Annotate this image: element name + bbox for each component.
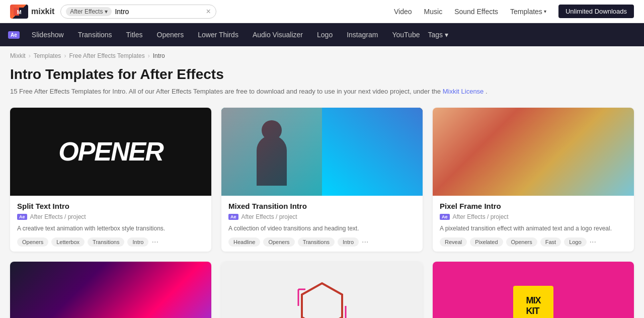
top-nav-left: M mixkit After Effects ▾ × [10,5,216,19]
card-3-body: Pixel Frame Intro Ae After Effects / pro… [433,196,634,252]
breadcrumb-sep-2: › [64,52,66,59]
more-tags-3[interactable]: ··· [590,237,596,247]
nav-lower-thirds[interactable]: Lower Thirds [192,28,245,42]
card-3-meta-text: After Effects / project [453,213,509,220]
card-3-meta: Ae After Effects / project [440,213,627,220]
card-1-desc: A creative text animation with letterbox… [17,224,204,233]
card-2-ae-badge: Ae [228,214,238,220]
card-2-tags: Headline Openers Transitions Intro ··· [228,237,416,247]
card-3-desc: A pixelated transition effect with anima… [440,224,627,233]
card-2-thumb-right [322,108,423,196]
card-pixel-frame-intro[interactable]: Pixel Frame Intro Ae After Effects / pro… [433,108,634,252]
card-1-title: Split Text Intro [17,202,204,210]
logo[interactable]: M mixkit [10,5,54,19]
tag-intro-2[interactable]: Intro [338,237,359,247]
card-shape-motion-intro[interactable]: Shape Motion Intro Ae After Effects / pr… [221,262,423,318]
page-header: Intro Templates for After Effects 15 Fre… [0,62,644,103]
silhouette-figure [221,108,322,196]
card-2-thumb-left [221,108,322,196]
nav-instagram[interactable]: Instagram [341,28,384,42]
search-input[interactable] [115,8,203,16]
card-3-thumbnail [433,108,634,196]
page-description: 15 Free After Effects Templates for Intr… [10,87,634,97]
search-category[interactable]: After Effects ▾ [66,7,112,16]
card-3-ae-badge: Ae [440,214,450,220]
more-tags-2[interactable]: ··· [362,237,368,247]
hexagon-svg [294,278,350,318]
nav-audio-visualizer[interactable]: Audio Visualizer [247,28,309,42]
nav-titles[interactable]: Titles [120,28,149,42]
card-5-thumbnail [221,262,423,318]
card-2-meta: Ae After Effects / project [228,213,416,220]
nav-openers[interactable]: Openers [151,28,190,42]
category-chevron-icon: ▾ [105,8,108,15]
nav-templates-link[interactable]: Templates ▾ [510,8,546,16]
breadcrumb-templates[interactable]: Templates [34,52,61,59]
card-1-meta: Ae After Effects / project [17,213,204,220]
tag-intro[interactable]: Intro [127,237,148,247]
search-bar[interactable]: After Effects ▾ × [60,5,216,19]
tag-logo[interactable]: Logo [564,237,586,247]
tag-pixelated[interactable]: Pixelated [470,237,503,247]
breadcrumb-free-ae-templates[interactable]: Free After Effects Templates [69,52,144,59]
tag-transitions[interactable]: Transitions [88,237,124,247]
nav-transitions[interactable]: Transitions [72,28,118,42]
tag-reveal[interactable]: Reveal [440,237,467,247]
breadcrumb-sep-1: › [29,52,31,59]
nav-logo[interactable]: Logo [311,28,339,42]
card-1-body: Split Text Intro Ae After Effects / proj… [10,196,211,252]
nav-tags[interactable]: Tags ▾ [428,31,448,39]
card-2-meta-text: After Effects / project [242,213,297,220]
card-1-ae-badge: Ae [17,214,27,220]
tag-transitions-2[interactable]: Transitions [298,237,335,247]
breadcrumb-sep-3: › [148,52,150,59]
card-2-title: Mixed Transition Intro [228,202,416,210]
card-mixed-transition-intro[interactable]: Mixed Transition Intro Ae After Effects … [221,108,423,252]
template-grid: OPENER Split Text Intro Ae After Effects… [0,103,644,319]
tag-openers[interactable]: Openers [17,237,48,247]
opener-thumb-text: OPENER [58,136,163,167]
tags-chevron-icon: ▾ [445,31,448,39]
card-3-tags: Reveal Pixelated Openers Fast Logo ··· [440,237,627,247]
nav-slideshow[interactable]: Slideshow [26,28,70,42]
mixkit-license-link[interactable]: Mixkit License [443,88,484,95]
templates-chevron-icon: ▾ [544,9,546,14]
logo-icon: M [10,5,28,19]
svg-marker-3 [302,283,342,318]
tag-openers-2[interactable]: Openers [263,237,294,247]
top-nav-right: Video Music Sound Effects Templates ▾ Un… [394,5,634,18]
card-1-meta-text: After Effects / project [30,213,86,220]
card-6-thumbnail: MIXKIT [433,262,634,318]
card-inverted-flash-shape-intro[interactable]: MIXKIT Inverted Flash Shape Intro Ae Aft… [433,262,634,318]
nav-sound-effects-link[interactable]: Sound Effects [454,8,498,16]
breadcrumb-current: Intro [153,52,165,59]
logo-text: mixkit [31,7,54,16]
card-1-thumbnail: OPENER [10,108,211,196]
card-3-title: Pixel Frame Intro [440,202,627,210]
top-nav: M mixkit After Effects ▾ × Video Music S… [0,0,644,23]
page-title: Intro Templates for After Effects [10,66,634,83]
secondary-nav: Ae Slideshow Transitions Titles Openers … [0,23,644,46]
card-big-bold-text-intro[interactable]: Big Bold Text Intro Ae After Effects / p… [10,262,211,318]
breadcrumb: Mixkit › Templates › Free After Effects … [0,46,644,62]
card-2-desc: A collection of video transitions and he… [228,224,416,233]
unlimited-downloads-button[interactable]: Unlimited Downloads [558,5,634,18]
breadcrumb-mixkit[interactable]: Mixkit [10,52,26,59]
card-split-text-intro[interactable]: OPENER Split Text Intro Ae After Effects… [10,108,211,252]
ae-badge: Ae [8,31,20,39]
tag-headline[interactable]: Headline [228,237,260,247]
mixkit-logo-card: MIXKIT [513,286,553,318]
svg-text:M: M [17,9,21,15]
nav-video-link[interactable]: Video [394,8,412,16]
card-4-thumbnail [10,262,211,318]
nav-music-link[interactable]: Music [424,8,443,16]
nav-youtube[interactable]: YouTube [386,28,426,42]
tag-letterbox[interactable]: Letterbox [51,237,85,247]
tag-fast[interactable]: Fast [540,237,561,247]
card-2-thumbnail [221,108,423,196]
tag-openers-3[interactable]: Openers [506,237,537,247]
clear-search-button[interactable]: × [206,8,210,16]
more-tags-1[interactable]: ··· [151,237,158,247]
card-2-body: Mixed Transition Intro Ae After Effects … [221,196,423,252]
card-1-tags: Openers Letterbox Transitions Intro ··· [17,237,204,247]
